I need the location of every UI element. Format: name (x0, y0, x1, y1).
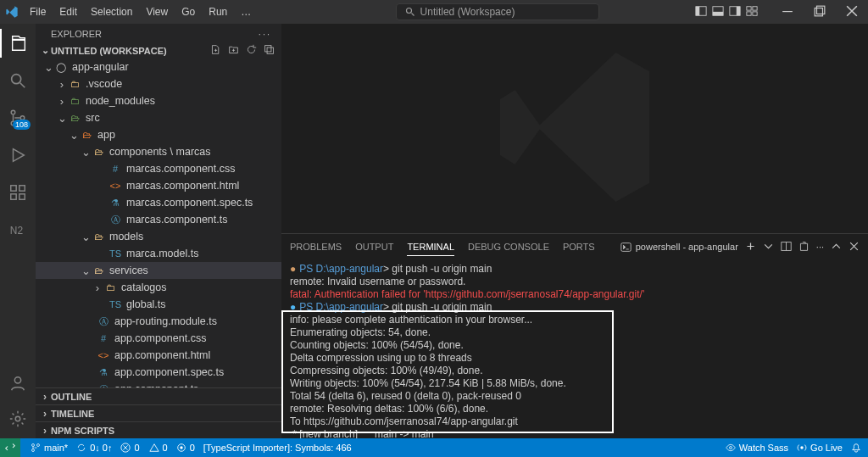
svg-rect-27 (621, 242, 631, 251)
status-ts-importer[interactable]: [TypeScript Importer]: Symbols: 466 (203, 443, 352, 453)
tree-file-routing[interactable]: ·Ⓐapp-routing.module.ts (36, 313, 281, 330)
tree-folder-vscode[interactable]: ›🗀.vscode (36, 75, 281, 92)
refresh-icon[interactable] (246, 44, 257, 57)
activity-settings[interactable] (0, 404, 36, 433)
activity-n2[interactable]: N2 (0, 215, 36, 244)
title-bar: File Edit Selection View Go Run … Untitl… (0, 0, 868, 24)
svg-rect-12 (815, 8, 822, 15)
workspace-header[interactable]: ⌄ UNTITLED (WORKSPACE) (36, 42, 281, 59)
svg-point-31 (37, 444, 40, 447)
menu-overflow[interactable]: … (235, 3, 257, 20)
explorer-sidebar: EXPLORER ··· ⌄ UNTITLED (WORKSPACE) ⌄◯ap… (36, 24, 281, 438)
tree-file-app-spec[interactable]: ·⚗app.component.spec.ts (36, 364, 281, 381)
svg-rect-11 (782, 11, 793, 12)
tree-file-marcas-css[interactable]: ·#marcas.component.css (36, 160, 281, 177)
svg-rect-25 (265, 46, 271, 52)
svg-rect-13 (817, 6, 825, 14)
split-terminal-icon[interactable] (781, 241, 792, 254)
tree-file-marcas-ts[interactable]: ·Ⓐmarcas.component.ts (36, 211, 281, 228)
section-npm-scripts[interactable]: ›NPM SCRIPTS (36, 421, 281, 438)
tree-folder-services[interactable]: ⌄🗁services (36, 262, 281, 279)
tree-file-app-ts[interactable]: ·Ⓐapp.component.ts (36, 381, 281, 387)
explorer-more-icon[interactable]: ··· (259, 29, 271, 39)
svg-rect-18 (11, 186, 16, 191)
svg-rect-19 (19, 186, 25, 191)
layout-panel-icon[interactable] (712, 5, 724, 20)
layout-sidebar-left-icon[interactable] (695, 5, 707, 20)
editor-area: PROBLEMS OUTPUT TERMINAL DEBUG CONSOLE P… (281, 24, 868, 438)
status-branch[interactable]: main* (31, 443, 68, 453)
activity-accounts[interactable] (0, 369, 36, 398)
window-minimize-icon[interactable] (776, 3, 798, 22)
section-outline[interactable]: ›OUTLINE (36, 387, 281, 404)
eye-icon (726, 443, 736, 453)
svg-point-23 (14, 377, 20, 383)
terminal-shell-label[interactable]: powershell - app-angular (620, 242, 738, 253)
collapse-all-icon[interactable] (264, 44, 275, 57)
menu-file[interactable]: File (24, 3, 52, 20)
activity-source-control[interactable]: 108 (0, 103, 36, 132)
tree-folder-models[interactable]: ⌄🗁models (36, 228, 281, 245)
kill-terminal-icon[interactable] (798, 241, 810, 254)
tree-file-marcas-html[interactable]: ·<>marcas.component.html (36, 177, 281, 194)
command-center-search[interactable]: Untitled (Workspace) (396, 3, 599, 20)
layout-customize-icon[interactable] (746, 5, 758, 20)
search-placeholder: Untitled (Workspace) (420, 6, 515, 18)
tab-debug-console[interactable]: DEBUG CONSOLE (468, 238, 549, 255)
status-ports[interactable]: 0 (176, 443, 195, 453)
terminal-dropdown-icon[interactable] (763, 241, 774, 254)
svg-point-15 (11, 110, 15, 114)
menu-selection[interactable]: Selection (85, 3, 138, 20)
remote-indicator[interactable] (0, 438, 20, 457)
panel-more-icon[interactable]: ··· (816, 242, 824, 252)
tree-folder-node-modules[interactable]: ›🗀node_modules (36, 92, 281, 109)
new-folder-icon[interactable] (228, 44, 239, 57)
menu-run[interactable]: Run (203, 3, 233, 20)
layout-sidebar-right-icon[interactable] (729, 5, 741, 20)
svg-rect-7 (747, 6, 751, 9)
activity-search[interactable] (0, 66, 36, 95)
activity-run-debug[interactable] (0, 141, 36, 170)
status-sync[interactable]: 0↓ 0↑ (76, 443, 112, 453)
menu-edit[interactable]: Edit (53, 3, 83, 20)
tree-file-app-html[interactable]: ·<>app.component.html (36, 347, 281, 364)
new-terminal-icon[interactable] (745, 241, 756, 254)
explorer-title: EXPLORER (51, 29, 102, 39)
activity-explorer[interactable] (0, 29, 36, 58)
tab-ports[interactable]: PORTS (563, 238, 595, 255)
activity-extensions[interactable] (0, 178, 36, 207)
svg-rect-20 (11, 194, 16, 199)
svg-point-33 (180, 446, 182, 449)
window-close-icon[interactable] (841, 3, 863, 22)
svg-point-14 (12, 75, 21, 84)
svg-rect-9 (747, 11, 751, 14)
tree-folder-app[interactable]: ⌄🗁app (36, 126, 281, 143)
status-problems[interactable]: 0 0 (120, 443, 167, 453)
terminal-output[interactable]: ●PS D:\app-angular> git push -u origin m… (281, 259, 868, 438)
tree-file-marca-model[interactable]: ·TSmarca.model.ts (36, 245, 281, 262)
menu-go[interactable]: Go (175, 3, 201, 20)
panel-close-icon[interactable] (849, 241, 860, 254)
new-file-icon[interactable] (210, 44, 221, 57)
tab-problems[interactable]: PROBLEMS (290, 238, 342, 255)
menu-view[interactable]: View (140, 3, 174, 20)
tree-folder-components[interactable]: ⌄🗁components \ marcas (36, 143, 281, 160)
tab-terminal[interactable]: TERMINAL (407, 238, 454, 256)
editor-empty-canvas (281, 24, 868, 233)
source-control-badge: 108 (13, 120, 31, 130)
tree-file-app-css[interactable]: ·#app.component.css (36, 330, 281, 347)
status-notifications[interactable] (851, 443, 861, 453)
tab-output[interactable]: OUTPUT (355, 238, 393, 255)
window-restore-icon[interactable] (809, 3, 831, 22)
status-watch-sass[interactable]: Watch Sass (726, 443, 788, 453)
tree-folder-catalogos[interactable]: ›🗀catalogos (36, 279, 281, 296)
section-timeline[interactable]: ›TIMELINE (36, 404, 281, 421)
panel-maximize-icon[interactable] (831, 241, 842, 254)
svg-rect-2 (696, 6, 699, 15)
tree-folder-root[interactable]: ⌄◯app-angular (36, 59, 281, 75)
tree-file-global-ts[interactable]: ·TSglobal.ts (36, 296, 281, 313)
status-go-live[interactable]: Go Live (797, 443, 843, 453)
tree-folder-src[interactable]: ⌄🗁src (36, 109, 281, 126)
tree-file-marcas-spec[interactable]: ·⚗marcas.component.spec.ts (36, 194, 281, 211)
vscode-watermark-icon (481, 34, 668, 223)
